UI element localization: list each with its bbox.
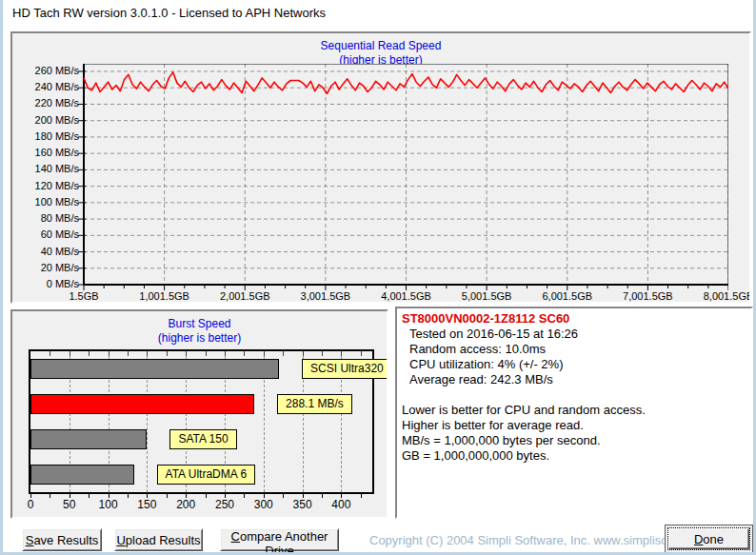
burst-x-tick-label: 300: [245, 498, 283, 511]
seq-x-tick-label: 2,001.5GB: [202, 290, 288, 302]
seq-x-tick-label: 7,001.5GB: [605, 290, 690, 302]
seq-y-tick-label: 160 MB/s: [12, 147, 79, 158]
burst-top-tick: [361, 351, 362, 356]
burst-bar: [30, 429, 147, 449]
info-result-line: Average read: 242.3 MB/s: [402, 372, 746, 387]
burst-top-tick: [50, 351, 50, 356]
burst-bottom-tick: [70, 494, 70, 498]
burst-bar-label: SCSI Ultra320: [302, 359, 388, 379]
burst-bar-label: SATA 150: [169, 429, 236, 449]
seq-x-tick-label: 5,001.5GB: [444, 290, 529, 302]
seq-y-tick-label: 0 MB/s: [12, 278, 79, 289]
burst-bar-row: 288.1 MB/s: [30, 394, 372, 414]
burst-bar-label: 288.1 MB/s: [277, 394, 352, 414]
seq-x-tick-label: 3,001.5GB: [283, 290, 368, 302]
info-result-line: Random access: 10.0ms: [402, 342, 746, 357]
seq-y-tick-label: 200 MB/s: [12, 114, 79, 126]
burst-chart-title: Burst Speed: [12, 317, 387, 331]
burst-top-tick: [89, 351, 90, 356]
burst-x-tick-label: 400: [322, 498, 360, 511]
sequential-chart-title: Sequential Read Speed: [12, 39, 749, 53]
burst-bottom-tick: [167, 494, 168, 498]
burst-bar-row: SCSI Ultra320: [30, 359, 372, 379]
done-focus-ring: Done: [667, 527, 750, 550]
seq-y-tick-label: 220 MB/s: [12, 97, 79, 109]
burst-bottom-tick: [283, 494, 284, 498]
seq-x-tick-label: 1.5GB: [41, 290, 127, 302]
seq-y-tick-label: 240 MB/s: [12, 81, 79, 92]
burst-x-tick-label: 100: [90, 498, 128, 511]
seq-x-tick-label: 6,001.5GB: [525, 290, 610, 302]
hdtach-window: HD Tach RW version 3.0.1.0 - Licensed to…: [0, 0, 756, 555]
compare-another-drive-button[interactable]: Compare Another Drive: [220, 528, 339, 551]
burst-bar-label: ATA UltraDMA 6: [157, 465, 256, 485]
burst-bottom-tick: [89, 494, 90, 498]
upload-label: pload Results: [126, 533, 201, 547]
seq-y-tick-label: 180 MB/s: [12, 130, 79, 142]
burst-x-tick-label: 50: [50, 498, 89, 511]
seq-y-tick-label: 20 MB/s: [12, 262, 79, 273]
burst-top-tick: [341, 351, 342, 356]
burst-bottom-tick: [147, 494, 148, 498]
sequential-read-panel: Sequential Read Speed (higher is better)…: [10, 31, 751, 304]
legend-notes: Lower is better for CPU and random acces…: [402, 403, 746, 464]
info-result-line: CPU utilization: 4% (+/- 2%): [402, 357, 746, 372]
burst-bottom-tick: [303, 494, 304, 498]
done-button[interactable]: Done: [665, 525, 753, 553]
burst-x-tick-label: 350: [284, 498, 322, 511]
burst-top-tick: [128, 351, 129, 356]
burst-bottom-tick: [128, 494, 129, 498]
burst-chart-subtitle: (higher is better): [12, 331, 387, 346]
burst-x-tick-label: 150: [128, 498, 166, 511]
burst-top-tick: [109, 351, 109, 356]
info-note-line: Higher is better for average read.: [402, 418, 746, 433]
upload-mnemonic: U: [116, 533, 125, 547]
compare-label: ompare Another Drive: [240, 529, 328, 555]
test-results: Tested on 2016-06-15 at 16:26Random acce…: [402, 327, 746, 387]
seq-x-tick-label: 8,001.5GB: [686, 290, 751, 302]
drive-name: ST8000VN0002-1Z8112 SC60: [402, 311, 746, 327]
done-inner: Done: [668, 528, 749, 549]
burst-x-tick-label: 0: [11, 498, 50, 511]
burst-bottom-tick: [206, 494, 207, 498]
burst-speed-panel: Burst Speed (higher is better) SCSI Ultr…: [10, 309, 388, 519]
burst-bottom-tick: [50, 494, 50, 498]
burst-top-tick: [167, 351, 168, 356]
burst-bottom-tick: [30, 494, 31, 498]
seq-y-tick-label: 60 MB/s: [12, 228, 79, 240]
burst-x-tick-label: 250: [206, 498, 244, 511]
done-label: one: [703, 532, 724, 546]
upload-results-button[interactable]: Upload Results: [114, 528, 203, 551]
save-results-button[interactable]: Save Results: [22, 528, 102, 551]
burst-top-tick: [264, 351, 265, 356]
burst-top-tick: [186, 351, 187, 356]
seq-x-tick-label: 4,001.5GB: [364, 290, 449, 302]
compare-mnemonic: C: [231, 529, 240, 544]
burst-top-tick: [147, 351, 148, 356]
burst-top-tick: [283, 351, 284, 356]
seq-x-tick-label: 1,001.5GB: [122, 290, 208, 302]
seq-y-tick-label: 120 MB/s: [12, 180, 79, 191]
burst-speed-chart: SCSI Ultra320288.1 MB/sSATA 150ATA Ultra…: [29, 349, 374, 494]
burst-bottom-tick: [244, 494, 245, 498]
info-note-line: MB/s = 1,000,000 bytes per second.: [402, 433, 746, 448]
seq-y-tick-label: 140 MB/s: [12, 163, 79, 174]
burst-bottom-tick: [225, 494, 226, 498]
burst-top-tick: [244, 351, 245, 356]
info-note-line: Lower is better for CPU and random acces…: [402, 403, 746, 418]
burst-x-tick-label: 200: [167, 498, 205, 511]
burst-bar: [30, 465, 134, 485]
burst-top-tick: [206, 351, 207, 356]
burst-bar: [30, 359, 279, 379]
burst-top-tick: [225, 351, 226, 356]
burst-bottom-tick: [341, 494, 342, 498]
drive-info-panel: ST8000VN0002-1Z8112 SC60 Tested on 2016-…: [395, 307, 753, 519]
seq-y-tick-label: 80 MB/s: [12, 212, 79, 224]
seq-y-tick-label: 40 MB/s: [12, 246, 79, 257]
burst-top-tick: [303, 351, 304, 356]
info-note-line: GB = 1,000,000,000 bytes.: [402, 448, 746, 464]
info-result-line: Tested on 2016-06-15 at 16:26: [402, 327, 746, 342]
burst-bottom-tick: [186, 494, 187, 498]
done-mnemonic: D: [694, 532, 703, 546]
seq-y-tick-label: 260 MB/s: [12, 65, 79, 76]
